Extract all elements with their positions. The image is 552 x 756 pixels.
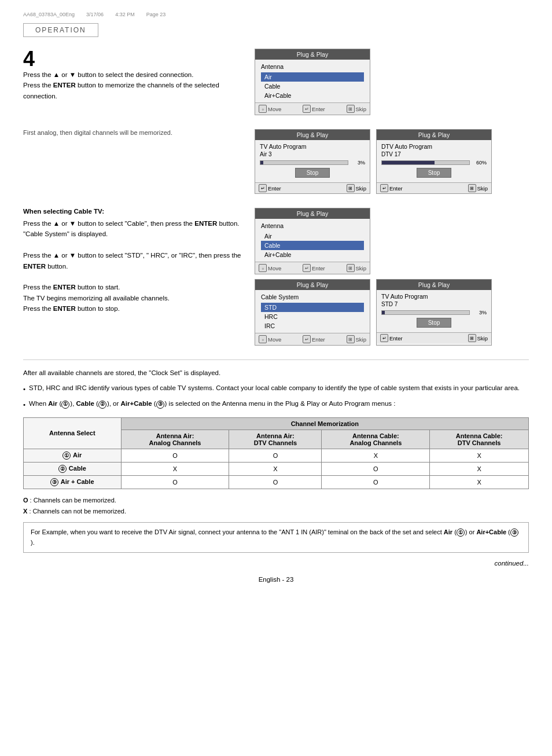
- panel2-footer: ↵ Enter ⊞ Skip: [255, 182, 370, 193]
- panel3-progress-row: 60%: [381, 160, 487, 166]
- panel1-subtitle: Antenna: [261, 63, 364, 70]
- panel5-skip: ⊞ Skip: [347, 335, 366, 343]
- panel1-item-air[interactable]: Air: [261, 72, 364, 82]
- panel1-move-label: Move: [268, 106, 281, 112]
- panel2-skip-label: Skip: [356, 185, 366, 192]
- panel4-enter-icon: ↵: [303, 264, 311, 272]
- panel4-item-aircable[interactable]: Air+Cable: [261, 250, 364, 259]
- circle-aircable: ③: [50, 478, 58, 486]
- circle-note-3: ③: [510, 529, 518, 537]
- analog-note-col: First analog, then digital channels will…: [23, 129, 243, 199]
- note-box: For Example, when you want to receive th…: [23, 522, 529, 553]
- panel6-body: TV Auto Program STD 7 3% Stop: [377, 290, 491, 332]
- panel1-item-cable[interactable]: Cable: [261, 82, 364, 91]
- bullet-1: • STD, HRC and IRC identify various type…: [23, 383, 529, 394]
- step4-section: 4 Press the ▲ or ▼ button to select the …: [23, 49, 529, 120]
- skip-icon: ⊞: [347, 105, 355, 113]
- panel6-title: Plug & Play: [377, 280, 491, 290]
- print-page: Page 23: [146, 12, 166, 17]
- header-title: OPERATION: [35, 26, 86, 34]
- panel5-move-label: Move: [268, 336, 281, 343]
- bullet-2: • When Air (①), Cable (②), or Air+Cable …: [23, 399, 529, 410]
- panel4-enter-label: Enter: [312, 265, 325, 271]
- step-number: 4: [23, 49, 243, 69]
- bullets-section: • STD, HRC and IRC identify various type…: [23, 383, 529, 410]
- panel6-bar-inner: [382, 311, 385, 314]
- panel3-title: Plug & Play: [377, 130, 491, 140]
- cable-panels-row2: Plug & Play Cable System STD HRC IRC ⬦ M…: [255, 279, 529, 350]
- panel1-item-aircable[interactable]: Air+Cable: [261, 91, 364, 100]
- table-cell-air-4: X: [430, 449, 529, 462]
- table-row-cable-label: ② Cable: [24, 462, 122, 475]
- table-cell-aircable-1: O: [121, 475, 229, 489]
- cable-layout: When selecting Cable TV: Press the ▲ or …: [23, 208, 529, 350]
- bullet-2-dot: •: [23, 400, 25, 410]
- table-col-header-1: Antenna Air:Analog Channels: [121, 430, 229, 449]
- circle-air: ①: [62, 452, 71, 460]
- progress-section: First analog, then digital channels will…: [23, 129, 529, 199]
- panel2-stop-button[interactable]: Stop: [295, 168, 330, 178]
- panel-dtv-auto: Plug & Play DTV Auto Program DTV 17 60% …: [376, 129, 492, 194]
- panel4-subtitle: Antenna: [261, 222, 364, 229]
- panel-tv-std: Plug & Play TV Auto Program STD 7 3% Sto…: [376, 279, 492, 346]
- panel2-enter: ↵ Enter: [259, 184, 281, 192]
- panel2-title: Plug & Play: [255, 130, 370, 140]
- panel2-bar-outer: [260, 160, 348, 165]
- table-cell-aircable-3: O: [322, 475, 430, 489]
- panel4-item-air[interactable]: Air: [261, 232, 364, 241]
- analog-note: First analog, then digital channels will…: [23, 129, 243, 136]
- panel6-enter-label: Enter: [389, 335, 403, 342]
- panel5-body: Cable System STD HRC IRC: [255, 290, 370, 333]
- panel4-skip: ⊞ Skip: [347, 264, 366, 272]
- panel2-channel-label: Air 3: [260, 151, 365, 157]
- panel2-enter-label: Enter: [268, 185, 281, 192]
- table-cell-aircable-2: O: [229, 475, 322, 489]
- panel6-skip: ⊞ Skip: [468, 334, 488, 342]
- panel4-item-cable[interactable]: Cable: [261, 241, 364, 250]
- table-col-header-4: Antenna Cable:DTV Channels: [430, 430, 529, 449]
- panel-cable-system: Plug & Play Cable System STD HRC IRC ⬦ M…: [255, 279, 370, 346]
- circle-note-1: ①: [457, 529, 465, 537]
- panel-antenna-select: Plug & Play Antenna Air Cable Air+Cable …: [255, 49, 370, 115]
- panel3-footer: ↵ Enter ⊞ Skip: [377, 182, 491, 193]
- panel3-body: DTV Auto Program DTV 17 60% Stop: [377, 140, 491, 182]
- panel2-enter-icon: ↵: [259, 184, 267, 192]
- panel5-item-irc[interactable]: IRC: [261, 321, 364, 331]
- after-text: After all available channels are stored,…: [23, 369, 529, 376]
- panel6-pct: 3%: [472, 310, 487, 315]
- panel6-enter-icon: ↵: [380, 334, 388, 342]
- panel3-bar-outer: [381, 160, 470, 165]
- move-icon: ⬦: [259, 105, 267, 113]
- cable-panels-row1: Plug & Play Antenna Air Cable Air+Cable …: [255, 208, 529, 274]
- panel2-prog-label: TV Auto Program: [260, 143, 365, 150]
- panel2-skip-icon: ⊞: [347, 184, 355, 192]
- panel5-item-std[interactable]: STD: [261, 303, 364, 312]
- note-text: For Example, when you want to receive th…: [31, 529, 519, 546]
- panel1-body: Antenna Air Cable Air+Cable: [255, 60, 370, 102]
- panel6-prog-label: TV Auto Program: [381, 293, 487, 300]
- cable-section-title: When selecting Cable TV:: [23, 208, 243, 215]
- panel3-stop-button[interactable]: Stop: [417, 168, 451, 178]
- panel2-bar-inner: [260, 161, 263, 164]
- panel4-footer: ⬦ Move ↵ Enter ⊞ Skip: [255, 262, 370, 274]
- table-header-channel-memo: Channel Memorization: [121, 417, 528, 430]
- page-header: OPERATION: [23, 23, 98, 37]
- panel5-move: ⬦ Move: [259, 335, 281, 343]
- panel3-skip: ⊞ Skip: [468, 184, 488, 192]
- table-row-air-label: ① Air: [24, 449, 122, 462]
- page-number: English - 23: [23, 576, 529, 583]
- panel5-enter-icon: ↵: [303, 335, 311, 343]
- panel1-title: Plug & Play: [255, 49, 370, 60]
- panel6-stop-button[interactable]: Stop: [417, 318, 451, 328]
- circle-3: ③: [156, 401, 164, 409]
- bullet-1-dot: •: [23, 384, 25, 394]
- panel4-title: Plug & Play: [255, 208, 370, 219]
- section-divider: [23, 359, 529, 360]
- panel5-enter: ↵ Enter: [303, 335, 325, 343]
- panel6-enter: ↵ Enter: [380, 334, 403, 342]
- table-cell-air-2: O: [229, 449, 322, 462]
- table-row-aircable-label: ③ Air + Cable: [24, 475, 122, 489]
- panel5-item-hrc[interactable]: HRC: [261, 312, 364, 321]
- panel4-skip-icon: ⊞: [347, 264, 355, 272]
- panel1-enter-label: Enter: [312, 106, 325, 112]
